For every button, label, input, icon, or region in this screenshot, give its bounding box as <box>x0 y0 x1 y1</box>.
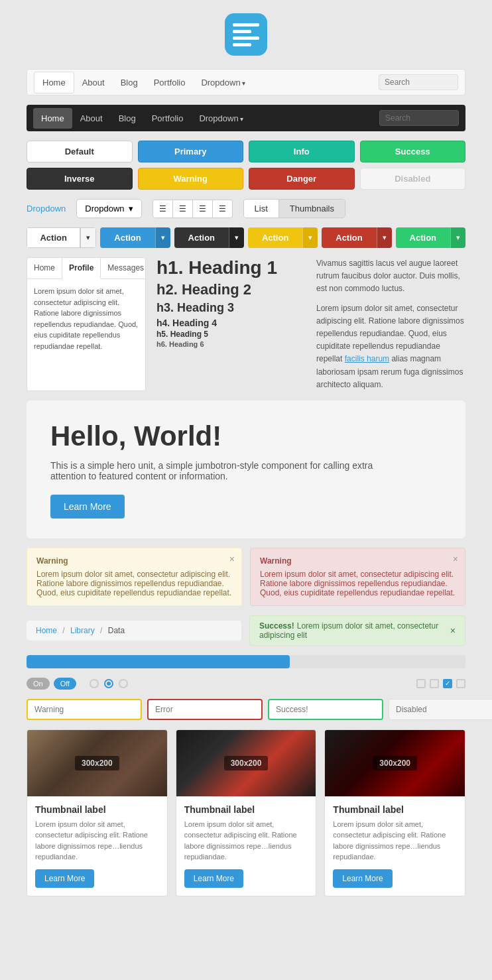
nav-portfolio-light[interactable]: Portfolio <box>146 72 194 93</box>
align-justify-btn[interactable]: ☰ <box>213 200 232 217</box>
progress-bar-outer <box>27 655 465 668</box>
action-main-danger[interactable]: Action <box>322 227 376 248</box>
thumbnail-title-2: Thumbnail label <box>184 804 308 815</box>
thumbnail-card-1: 300x200 Thumbnail label Lorem ipsum dolo… <box>27 729 168 896</box>
alert-warning-1-close[interactable]: × <box>229 554 235 564</box>
btn-success[interactable]: Success <box>360 141 466 162</box>
dropdown-link[interactable]: Dropdown <box>27 204 66 214</box>
radio-group <box>90 679 128 688</box>
nav-about-dark[interactable]: About <box>72 108 111 129</box>
logo-area <box>27 13 465 56</box>
thumbnail-img-1: 300x200 <box>27 730 167 796</box>
toggle-off-label[interactable]: On <box>27 678 50 690</box>
thumbnail-title-3: Thumbnail label <box>333 804 457 815</box>
checkbox-1[interactable] <box>416 679 426 688</box>
text-paragraph-1: Vivamus sagittis lacus vel augue laoreet… <box>316 257 465 296</box>
search-input-light[interactable] <box>379 74 458 90</box>
tab-header: Home Profile Messages <box>27 258 145 279</box>
nav-home-light[interactable]: Home <box>34 72 74 93</box>
alert-warning-1-text: Lorem ipsum dolor sit amet, consectetur … <box>36 570 232 597</box>
list-toggle-btn[interactable]: List <box>244 200 279 217</box>
breadcrumb-sep-2: / <box>100 626 105 635</box>
nav-home-dark[interactable]: Home <box>33 108 72 129</box>
jumbotron-subtitle: This is a simple hero unit, a simple jum… <box>50 460 382 481</box>
form-controls-row: On Off ✓ <box>27 678 465 690</box>
btn-primary[interactable]: Primary <box>138 141 244 162</box>
action-caret-primary[interactable]: ▾ <box>155 227 170 248</box>
jumbotron-learn-btn[interactable]: Learn More <box>50 495 125 519</box>
breadcrumb-row: Home / Library / Data Success!Lorem ipsu… <box>27 615 465 646</box>
jumbotron-title: Hello, World! <box>50 420 442 452</box>
tab-messages[interactable]: Messages <box>101 258 146 278</box>
search-area-dark <box>379 110 459 126</box>
align-left-btn[interactable]: ☰ <box>153 200 173 217</box>
nav-dropdown-dark[interactable]: Dropdown <box>191 108 251 129</box>
action-btn-warning: Action ▾ <box>248 227 318 248</box>
btn-danger[interactable]: Danger <box>249 168 355 190</box>
nav-about-light[interactable]: About <box>74 72 113 93</box>
alert-warning-2-close[interactable]: × <box>453 554 458 564</box>
thumbnail-learn-btn-3[interactable]: Learn More <box>333 869 392 888</box>
view-toggle-group: List Thumbnails <box>243 199 345 218</box>
breadcrumb-library[interactable]: Library <box>70 626 95 635</box>
btn-default[interactable]: Default <box>27 141 133 162</box>
search-input-dark[interactable] <box>379 110 459 126</box>
action-buttons-row: Action ▾ Action ▾ Action ▾ Action ▾ Acti… <box>27 227 465 248</box>
thumbnail-img-label-1: 300x200 <box>75 756 119 770</box>
thumbnail-img-3: 300x200 <box>325 730 465 796</box>
dropdown-button-label: Dropdown <box>85 204 124 214</box>
action-caret-warning[interactable]: ▾ <box>302 227 318 248</box>
checkbox-2[interactable] <box>430 679 439 688</box>
toggle-switch: On Off <box>27 678 76 690</box>
align-group: ☰ ☰ ☰ ☰ <box>153 200 233 218</box>
nav-dropdown-light[interactable]: Dropdown <box>193 72 253 93</box>
radio-btn-3[interactable] <box>119 679 128 688</box>
action-btn-primary: Action ▾ <box>100 227 170 248</box>
text-link[interactable]: facilis harum <box>345 354 389 363</box>
btn-inverse[interactable]: Inverse <box>27 168 133 190</box>
thumbnail-img-label-2: 300x200 <box>224 756 269 770</box>
success-alert-close[interactable]: × <box>450 625 456 636</box>
radio-btn-2[interactable] <box>104 679 113 688</box>
toggle-on-label[interactable]: Off <box>54 678 76 690</box>
breadcrumb-home[interactable]: Home <box>36 626 57 635</box>
action-caret-default[interactable]: ▾ <box>80 227 96 248</box>
action-caret-inverse[interactable]: ▾ <box>229 227 244 248</box>
btn-info[interactable]: Info <box>249 141 355 162</box>
nav-blog-dark[interactable]: Blog <box>111 108 144 129</box>
thumbnails-toggle-btn[interactable]: Thumbnails <box>279 200 345 217</box>
action-main-primary[interactable]: Action <box>100 227 154 248</box>
nav-portfolio-dark[interactable]: Portfolio <box>144 108 192 129</box>
checkbox-4[interactable] <box>456 679 465 688</box>
align-center-btn[interactable]: ☰ <box>173 200 193 217</box>
action-caret-success[interactable]: ▾ <box>450 227 465 248</box>
thumbnail-text-1: Lorem ipsum dolor sit amet, consectetur … <box>35 819 159 863</box>
action-main-warning[interactable]: Action <box>248 227 302 248</box>
alert-warning-1: Warning Lorem ipsum dolor sit amet, cons… <box>27 548 242 606</box>
tab-profile[interactable]: Profile <box>62 258 101 279</box>
content-section: Home Profile Messages Lorem ipsum dolor … <box>27 257 465 391</box>
thumbnail-learn-btn-1[interactable]: Learn More <box>35 869 94 888</box>
input-disabled <box>389 699 492 720</box>
alert-warning-2: Warning Lorem ipsum dolor sit amet, cons… <box>250 548 465 606</box>
btn-warning[interactable]: Warning <box>138 168 244 190</box>
action-main-default[interactable]: Action <box>27 227 80 248</box>
tab-home[interactable]: Home <box>27 258 62 278</box>
heading-2: h2. Heading 2 <box>156 281 306 298</box>
dropdown-button[interactable]: Dropdown ▾ <box>76 199 141 218</box>
thumbnail-learn-btn-2[interactable]: Learn More <box>184 869 243 888</box>
thumbnail-body-2: Thumbnail label Lorem ipsum dolor sit am… <box>176 796 316 896</box>
align-right-btn[interactable]: ☰ <box>193 200 213 217</box>
nav-blog-light[interactable]: Blog <box>113 72 146 93</box>
action-main-inverse[interactable]: Action <box>174 227 229 248</box>
button-row-2: Inverse Warning Danger Disabled <box>27 168 465 190</box>
input-warning[interactable] <box>27 699 142 720</box>
checkbox-3[interactable]: ✓ <box>443 679 452 688</box>
input-error[interactable] <box>147 699 263 720</box>
action-caret-danger[interactable]: ▾ <box>377 227 392 248</box>
input-success[interactable] <box>268 699 383 720</box>
thumbnail-card-2: 300x200 Thumbnail label Lorem ipsum dolo… <box>176 729 317 896</box>
radio-btn-1[interactable] <box>90 679 99 688</box>
alert-warning-2-title: Warning <box>260 556 456 566</box>
action-main-success[interactable]: Action <box>396 227 450 248</box>
